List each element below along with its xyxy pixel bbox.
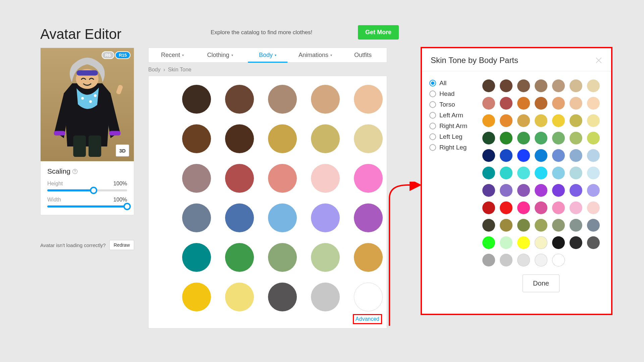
body-part-color-swatch[interactable] [535,97,547,110]
skin-tone-swatch[interactable] [182,203,211,232]
body-part-radio-left-leg[interactable]: Left Leg [429,133,475,140]
body-part-color-swatch[interactable] [482,132,495,144]
body-part-color-swatch[interactable] [552,254,565,266]
skin-tone-swatch[interactable] [268,85,297,114]
skin-tone-swatch[interactable] [311,243,340,272]
skin-tone-swatch[interactable] [182,85,211,114]
body-part-color-swatch[interactable] [552,184,565,197]
body-part-color-swatch[interactable] [482,201,495,214]
body-part-color-swatch[interactable] [482,149,495,162]
body-part-color-swatch[interactable] [535,149,547,162]
body-part-color-swatch[interactable] [587,132,600,144]
skin-tone-swatch[interactable] [225,283,254,311]
tab-recent[interactable]: Recent▾ [149,48,196,62]
body-part-color-swatch[interactable] [552,167,565,179]
skin-tone-swatch[interactable] [268,164,297,193]
skin-tone-swatch[interactable] [182,124,211,153]
body-part-color-swatch[interactable] [570,219,582,232]
body-part-color-swatch[interactable] [482,114,495,127]
body-part-color-swatch[interactable] [570,149,582,162]
body-part-color-swatch[interactable] [535,201,547,214]
body-part-radio-left-arm[interactable]: Left Arm [429,112,475,119]
body-part-color-swatch[interactable] [552,236,565,249]
body-part-color-swatch[interactable] [500,254,513,266]
skin-tone-swatch[interactable] [182,283,211,311]
body-part-color-swatch[interactable] [570,201,582,214]
body-part-color-swatch[interactable] [517,132,530,144]
advanced-link[interactable]: Advanced [353,314,382,324]
body-part-radio-right-arm[interactable]: Right Arm [429,122,475,130]
body-part-color-swatch[interactable] [587,184,600,197]
body-part-color-swatch[interactable] [517,184,530,197]
body-part-radio-torso[interactable]: Torso [429,101,475,108]
skin-tone-swatch[interactable] [225,124,254,153]
body-part-color-swatch[interactable] [570,114,582,127]
skin-tone-swatch[interactable] [311,203,340,232]
body-part-color-swatch[interactable] [517,97,530,110]
body-part-color-swatch[interactable] [500,149,513,162]
body-part-color-swatch[interactable] [482,254,495,266]
tab-animations[interactable]: Animations▾ [291,48,339,62]
height-slider-thumb[interactable] [90,187,97,194]
body-part-color-swatch[interactable] [482,236,495,249]
body-part-radio-head[interactable]: Head [429,90,475,98]
skin-tone-swatch[interactable] [354,243,383,272]
skin-tone-swatch[interactable] [354,283,383,311]
width-slider[interactable] [47,205,127,207]
skin-tone-swatch[interactable] [268,243,297,272]
rig-r6-button[interactable]: R6 [102,51,115,59]
body-part-color-swatch[interactable] [587,79,600,92]
skin-tone-swatch[interactable] [182,243,211,272]
skin-tone-swatch[interactable] [311,124,340,153]
body-part-color-swatch[interactable] [482,79,495,92]
close-icon[interactable] [595,57,602,64]
skin-tone-swatch[interactable] [354,203,383,232]
body-part-color-swatch[interactable] [587,201,600,214]
body-part-color-swatch[interactable] [587,219,600,232]
get-more-button[interactable]: Get More [358,25,399,40]
body-part-color-swatch[interactable] [570,132,582,144]
skin-tone-swatch[interactable] [268,203,297,232]
height-slider[interactable] [47,189,127,191]
body-part-color-swatch[interactable] [482,97,495,110]
skin-tone-swatch[interactable] [225,164,254,193]
body-part-color-swatch[interactable] [587,236,600,249]
done-button[interactable]: Done [523,275,559,292]
tab-clothing[interactable]: Clothing▾ [196,48,244,62]
body-part-color-swatch[interactable] [517,79,530,92]
body-part-color-swatch[interactable] [587,97,600,110]
body-part-color-swatch[interactable] [535,132,547,144]
body-part-color-swatch[interactable] [517,219,530,232]
body-part-color-swatch[interactable] [500,114,513,127]
body-part-color-swatch[interactable] [500,97,513,110]
body-part-color-swatch[interactable] [552,79,565,92]
body-part-color-swatch[interactable] [552,114,565,127]
body-part-color-swatch[interactable] [500,167,513,179]
body-part-color-swatch[interactable] [535,219,547,232]
body-part-color-swatch[interactable] [517,167,530,179]
breadcrumb-item[interactable]: Body [148,67,160,72]
body-part-color-swatch[interactable] [535,184,547,197]
body-part-color-swatch[interactable] [570,97,582,110]
body-part-color-swatch[interactable] [500,201,513,214]
skin-tone-swatch[interactable] [182,164,211,193]
body-part-color-swatch[interactable] [552,201,565,214]
rig-r15-button[interactable]: R15 [115,51,130,59]
body-part-color-swatch[interactable] [552,149,565,162]
skin-tone-swatch[interactable] [311,164,340,193]
skin-tone-swatch[interactable] [311,283,340,311]
skin-tone-swatch[interactable] [225,203,254,232]
skin-tone-swatch[interactable] [354,124,383,153]
skin-tone-swatch[interactable] [225,243,254,272]
view-3d-button[interactable]: 3D [116,144,129,157]
body-part-color-swatch[interactable] [535,254,547,266]
body-part-color-swatch[interactable] [500,219,513,232]
body-part-color-swatch[interactable] [570,79,582,92]
redraw-button[interactable]: Redraw [109,240,134,250]
skin-tone-swatch[interactable] [354,85,383,114]
tab-outfits[interactable]: Outfits [339,48,387,62]
body-part-color-swatch[interactable] [517,254,530,266]
body-part-color-swatch[interactable] [587,167,600,179]
body-part-color-swatch[interactable] [517,149,530,162]
skin-tone-swatch[interactable] [311,85,340,114]
